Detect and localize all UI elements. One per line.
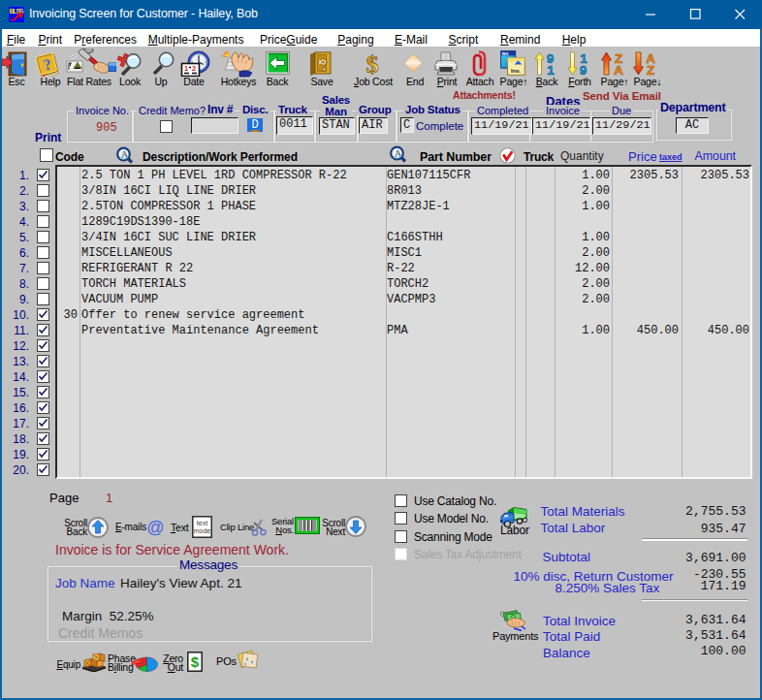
svg-text:1: 1 <box>547 63 555 76</box>
svg-text:9: 9 <box>580 63 587 76</box>
svg-text:A: A <box>614 63 623 76</box>
svg-text:mode: mode <box>194 527 211 534</box>
svg-text:wo: wo <box>501 51 509 56</box>
svg-text:text: text <box>197 520 207 526</box>
svg-text:1: 1 <box>184 64 188 73</box>
svg-text:Inv.: Inv. <box>511 68 521 74</box>
svg-text:@: @ <box>146 518 164 537</box>
svg-text:2: 2 <box>192 64 196 73</box>
svg-text:$: $ <box>365 50 378 77</box>
svg-text:$: $ <box>191 653 200 670</box>
svg-text:Z: Z <box>647 63 654 76</box>
